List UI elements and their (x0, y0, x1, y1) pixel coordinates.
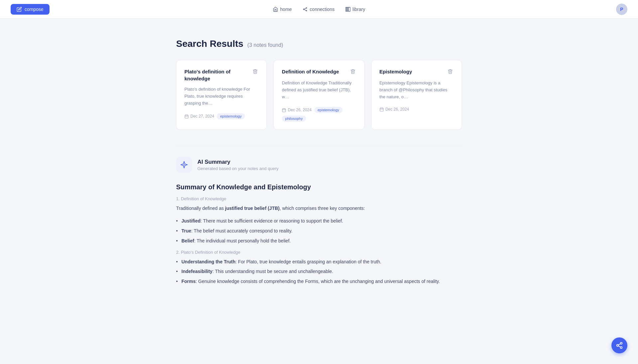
nav-item-home[interactable]: home (273, 5, 292, 13)
svg-rect-5 (346, 7, 347, 11)
svg-rect-8 (185, 115, 188, 118)
card-excerpt-2: Definition of Knowledge Traditionally de… (282, 80, 356, 100)
search-results-title: Search Results (176, 39, 243, 49)
share-icon (616, 342, 623, 349)
ai-summary-header: AI Summary Generated based on your notes… (176, 157, 462, 173)
trash-icon (350, 69, 356, 74)
card-footer-1: Dec 27, 2024 epistemology (184, 113, 259, 119)
card-title-1: Plato's definition of knowledge (184, 68, 252, 82)
summary-section-2-list: Understanding the Truth: For Plato, true… (176, 258, 462, 286)
svg-line-24 (618, 346, 620, 347)
navbar-center: home connections library (273, 5, 365, 13)
connections-icon (302, 7, 308, 12)
card-title-2: Definition of Knowledge (282, 68, 349, 75)
list-item: Understanding the Truth: For Plato, true… (176, 258, 462, 266)
svg-line-4 (304, 9, 306, 10)
svg-rect-7 (348, 7, 350, 11)
library-icon (345, 7, 351, 12)
trash-icon (448, 69, 453, 74)
tag-philosophy-2[interactable]: philosophy (282, 116, 306, 122)
nav-item-connections[interactable]: connections (302, 5, 335, 13)
svg-point-20 (184, 164, 185, 165)
navbar: compose home connections library P (0, 0, 638, 19)
svg-line-3 (304, 8, 306, 9)
nav-item-library[interactable]: library (345, 5, 365, 13)
summary-content: Summary of Knowledge and Epistemology 1.… (176, 183, 462, 286)
calendar-icon (184, 114, 189, 119)
ai-icon-wrapper (176, 157, 192, 173)
card-date-1: Dec 27, 2024 (184, 114, 214, 119)
card-date-3: Dec 26, 2024 (379, 107, 409, 112)
note-card-2[interactable]: Definition of Knowledge Definition of Kn… (273, 60, 364, 130)
card-excerpt-3: Epistemology Epistemology is a branch of… (379, 80, 454, 100)
card-header-3: Epistemology (379, 68, 454, 76)
list-item: Justified: There must be sufficient evid… (176, 217, 462, 225)
list-item: True: The belief must accurately corresp… (176, 227, 462, 235)
svg-rect-12 (282, 109, 286, 112)
card-delete-button-1[interactable] (252, 68, 259, 76)
summary-section-1-intro: Traditionally defined as justified true … (176, 205, 462, 213)
summary-title: Summary of Knowledge and Epistemology (176, 183, 462, 191)
main-content: Search Results (3 notes found) Plato's d… (169, 19, 469, 310)
list-item: Forms: Genuine knowledge consists of com… (176, 278, 462, 286)
ai-sparkle-icon (180, 161, 188, 169)
navbar-right: P (616, 4, 627, 15)
ai-summary-text: AI Summary Generated based on your notes… (197, 159, 278, 171)
card-footer-2: Dec 26, 2024 epistemology philosophy (282, 107, 356, 122)
note-card-3[interactable]: Epistemology Epistemology Epistemology i… (371, 60, 462, 130)
summary-section-1-title: 1. Definition of Knowledge (176, 196, 462, 201)
note-card-1[interactable]: Plato's definition of knowledge Plato's … (176, 60, 267, 130)
calendar-icon (282, 108, 286, 112)
calendar-icon (379, 107, 384, 112)
card-title-3: Epistemology (379, 68, 447, 75)
navbar-left: compose (11, 4, 50, 15)
summary-section-2-title: 2. Plato's Definition of Knowledge (176, 250, 462, 255)
list-item: Indefeasibility: This understanding must… (176, 268, 462, 276)
ai-summary-section: AI Summary Generated based on your notes… (176, 146, 462, 286)
ai-summary-sublabel: Generated based on your notes and query (197, 166, 278, 171)
home-icon (273, 7, 278, 12)
card-header-2: Definition of Knowledge (282, 68, 356, 76)
card-delete-button-2[interactable] (350, 68, 356, 76)
search-results-count: (3 notes found) (247, 42, 283, 48)
card-excerpt-1: Plato's definition of knowledge For Plat… (184, 86, 259, 107)
cards-grid: Plato's definition of knowledge Plato's … (176, 60, 462, 130)
svg-line-25 (618, 344, 620, 345)
tag-epistemology-1[interactable]: epistemology (217, 113, 245, 119)
svg-rect-16 (380, 108, 383, 111)
ai-summary-label: AI Summary (197, 159, 278, 165)
fab-button[interactable] (611, 337, 627, 353)
pencil-icon (17, 7, 22, 12)
svg-rect-6 (347, 7, 348, 11)
card-header-1: Plato's definition of knowledge (184, 68, 259, 82)
compose-button[interactable]: compose (11, 4, 50, 15)
card-footer-3: Dec 26, 2024 (379, 107, 454, 112)
trash-icon (253, 69, 258, 74)
tag-epistemology-2[interactable]: epistemology (314, 107, 343, 113)
card-date-2: Dec 26, 2024 (282, 108, 311, 112)
list-item: Belief: The individual must personally h… (176, 237, 462, 245)
user-avatar[interactable]: P (616, 4, 627, 15)
summary-section-1-list: Justified: There must be sufficient evid… (176, 217, 462, 245)
search-results-header: Search Results (3 notes found) (176, 39, 462, 49)
card-delete-button-3[interactable] (447, 68, 454, 76)
